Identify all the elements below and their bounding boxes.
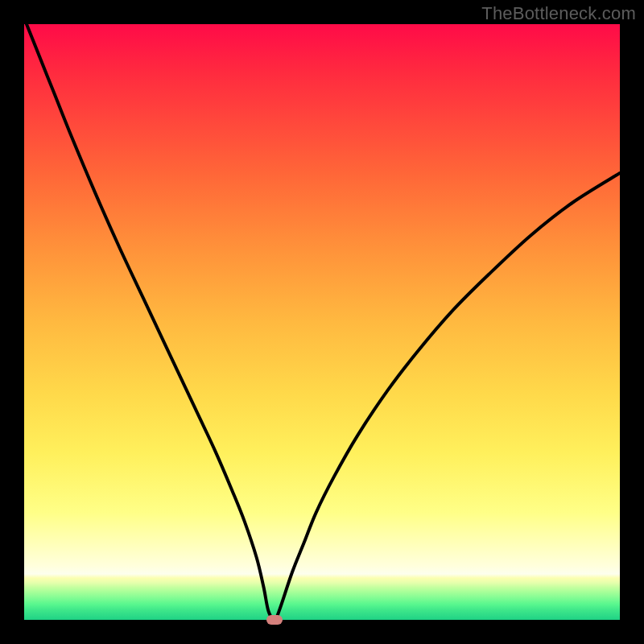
watermark-text: TheBottleneck.com [481, 3, 636, 24]
curve-svg [24, 24, 620, 620]
bottleneck-curve [24, 19, 620, 620]
chart-container: TheBottleneck.com [0, 0, 644, 644]
